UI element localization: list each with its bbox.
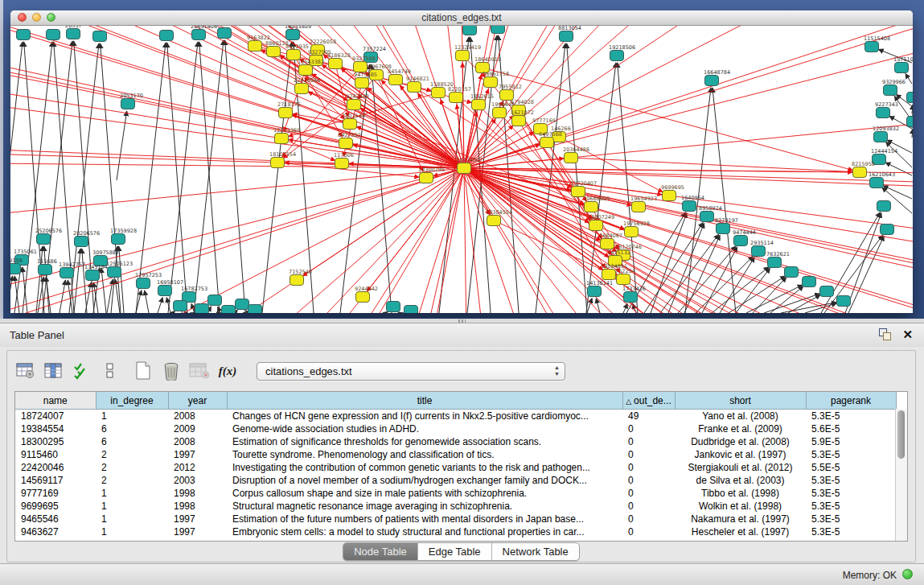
graph-node[interactable] bbox=[290, 275, 304, 286]
table-row[interactable]: 1830029562008Estimation of significance … bbox=[15, 435, 896, 448]
graph-node[interactable] bbox=[632, 202, 646, 212]
network-window-titlebar[interactable]: citations_edges.txt bbox=[10, 10, 913, 26]
graph-node[interactable] bbox=[286, 30, 300, 40]
graph-node[interactable] bbox=[86, 270, 100, 281]
tab-network-table[interactable]: Network Table bbox=[491, 543, 579, 560]
graph-node[interactable] bbox=[248, 305, 262, 314]
graph-node[interactable] bbox=[75, 237, 88, 247]
graph-node[interactable] bbox=[160, 31, 174, 41]
graph-node[interactable] bbox=[356, 292, 370, 303]
graph-node[interactable] bbox=[700, 212, 714, 222]
table-settings-button[interactable] bbox=[15, 360, 36, 381]
graph-node[interactable] bbox=[112, 234, 125, 245]
graph-node[interactable] bbox=[335, 159, 349, 169]
column-header-indegree[interactable]: in_degree bbox=[96, 392, 168, 410]
graph-node[interactable] bbox=[491, 26, 505, 34]
table-scrollbar-thumb[interactable] bbox=[897, 410, 905, 459]
graph-node[interactable] bbox=[389, 75, 403, 85]
graph-node[interactable] bbox=[39, 265, 52, 275]
table-row[interactable]: 977716911998Corpus callosum shape and si… bbox=[15, 487, 896, 500]
graph-node[interactable] bbox=[275, 134, 289, 144]
graph-node[interactable] bbox=[420, 173, 433, 183]
graph-node[interactable] bbox=[610, 51, 624, 61]
graph-node[interactable] bbox=[47, 30, 60, 40]
delete-table-button[interactable] bbox=[189, 360, 210, 381]
graph-node[interactable] bbox=[752, 246, 766, 257]
graph-node[interactable] bbox=[717, 224, 730, 234]
graph-node[interactable] bbox=[881, 225, 894, 235]
graph-node[interactable] bbox=[432, 88, 446, 98]
graph-node[interactable] bbox=[865, 42, 879, 52]
graph-node[interactable] bbox=[222, 306, 236, 314]
graph-node[interactable] bbox=[339, 138, 353, 149]
network-canvas[interactable]: 1603380973572248813054192185062069140620… bbox=[10, 26, 913, 313]
create-column-button[interactable] bbox=[133, 360, 154, 381]
graph-node[interactable] bbox=[121, 99, 135, 109]
graph-node[interactable] bbox=[565, 153, 578, 163]
column-header-title[interactable]: title bbox=[227, 392, 622, 410]
graph-node[interactable] bbox=[279, 108, 293, 118]
table-row[interactable]: 2242004622012Investigating the contribut… bbox=[15, 461, 896, 474]
graph-node[interactable] bbox=[458, 163, 471, 174]
graph-node[interactable] bbox=[884, 85, 897, 96]
function-builder-button[interactable]: f(x) bbox=[217, 360, 238, 381]
graph-node[interactable] bbox=[60, 268, 74, 278]
graph-node[interactable] bbox=[487, 216, 501, 226]
clear-selection-button[interactable] bbox=[100, 360, 121, 381]
float-panel-icon[interactable] bbox=[879, 328, 891, 340]
table-row[interactable]: 1872400712008Changes of HCN gene express… bbox=[15, 410, 896, 423]
graph-node[interactable] bbox=[248, 41, 262, 51]
graph-node[interactable] bbox=[354, 62, 368, 72]
graph-node[interactable] bbox=[820, 286, 834, 297]
graph-node[interactable] bbox=[472, 100, 486, 110]
graph-node[interactable] bbox=[907, 93, 914, 103]
table-row[interactable]: 969969511998Structural magnetic resonanc… bbox=[15, 500, 896, 513]
graph-node[interactable] bbox=[870, 178, 884, 188]
graph-node[interactable] bbox=[456, 51, 470, 61]
table-selector-dropdown[interactable]: citations_edges.txt ▲▼ bbox=[257, 362, 565, 381]
graph-node[interactable] bbox=[602, 270, 616, 280]
graph-node[interactable] bbox=[450, 93, 463, 103]
column-header-name[interactable]: name bbox=[15, 392, 96, 410]
graph-node[interactable] bbox=[405, 306, 418, 314]
graph-node[interactable] bbox=[560, 31, 573, 42]
graph-node[interactable] bbox=[512, 116, 526, 126]
graph-node[interactable] bbox=[617, 274, 630, 285]
column-visibility-button[interactable] bbox=[43, 360, 64, 381]
graph-node[interactable] bbox=[17, 30, 31, 40]
column-header-year[interactable]: year bbox=[168, 392, 227, 410]
graph-node[interactable] bbox=[192, 30, 206, 40]
graph-node[interactable] bbox=[137, 278, 150, 289]
graph-node[interactable] bbox=[588, 286, 602, 297]
graph-node[interactable] bbox=[463, 26, 477, 35]
column-header-pagerank[interactable]: pagerank bbox=[806, 392, 896, 410]
graph-node[interactable] bbox=[785, 267, 799, 278]
graph-node[interactable] bbox=[387, 302, 400, 312]
graph-node[interactable] bbox=[347, 100, 361, 110]
graph-node[interactable] bbox=[158, 286, 172, 296]
delete-column-button[interactable] bbox=[161, 360, 182, 381]
graph-node[interactable] bbox=[624, 292, 638, 303]
table-vertical-scrollbar[interactable] bbox=[895, 409, 907, 541]
graph-node[interactable] bbox=[895, 63, 909, 73]
column-header-short[interactable]: short bbox=[675, 392, 806, 410]
graph-node[interactable] bbox=[329, 59, 343, 69]
graph-node[interactable] bbox=[343, 119, 357, 130]
graph-node[interactable] bbox=[874, 132, 888, 142]
graph-node[interactable] bbox=[853, 167, 867, 178]
graph-node[interactable] bbox=[10, 264, 21, 274]
table-row[interactable]: 1938455462009Genome-wide association stu… bbox=[15, 422, 896, 435]
graph-node[interactable] bbox=[803, 277, 816, 287]
graph-node[interactable] bbox=[837, 296, 851, 307]
table-row[interactable]: 911546021997Tourette syndrome. Phenomeno… bbox=[15, 448, 896, 461]
graph-node[interactable] bbox=[877, 201, 891, 212]
tab-edge-table[interactable]: Edge Table bbox=[417, 543, 491, 560]
graph-node[interactable] bbox=[625, 227, 639, 237]
table-row[interactable]: 1456911722003Disruption of a novel membe… bbox=[15, 474, 896, 487]
graph-node[interactable] bbox=[877, 108, 890, 118]
graph-node[interactable] bbox=[408, 82, 421, 93]
graph-node[interactable] bbox=[67, 29, 80, 39]
table-row[interactable]: 946362711997Embryonic stem cells: a mode… bbox=[15, 525, 896, 538]
graph-node[interactable] bbox=[174, 301, 187, 311]
column-header-outde[interactable]: △out_de... bbox=[622, 392, 675, 410]
